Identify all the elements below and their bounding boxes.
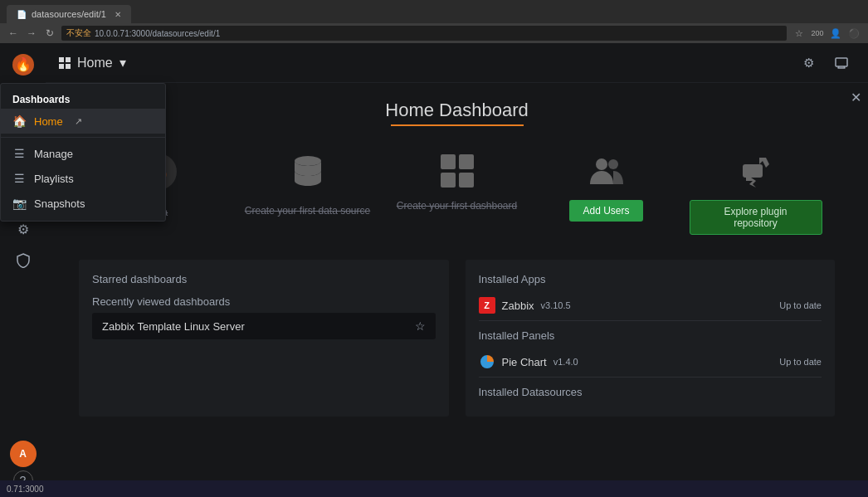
dropdown-playlists-label: Playlists: [34, 173, 74, 185]
installed-app-zabbix: Z Zabbix v3.10.5 Up to date: [479, 290, 822, 321]
dropdown-item-snapshots[interactable]: 📷 Snapshots: [1, 191, 165, 216]
dropdown-title: Dashboards: [1, 89, 165, 109]
bottom-panels: Starred dashboards Recently viewed dashb…: [79, 260, 835, 417]
pie-chart-name: Pie Chart: [502, 356, 547, 368]
top-header: Home ▾ ⚙: [46, 43, 868, 83]
zabbix-status: Up to date: [779, 300, 822, 310]
installed-apps-title: Installed Apps: [479, 273, 822, 285]
svg-rect-9: [836, 58, 847, 66]
status-bar: 0.71:3000: [0, 480, 868, 497]
menu-icon[interactable]: ⚫: [846, 26, 861, 41]
manage-icon: ☰: [12, 147, 26, 160]
page-title: Home Dashboard: [79, 100, 835, 121]
title-underline: [391, 124, 524, 126]
dropdown-item-manage[interactable]: ☰ Manage: [1, 141, 165, 166]
main-content: ✕ Home Dashboard 🔥 fana: [46, 83, 868, 497]
dashboard-setup-icon: [437, 151, 477, 193]
pie-chart-icon: [479, 353, 495, 370]
extensions-icon[interactable]: 200: [810, 26, 825, 41]
installed-datasources-title: Installed Datasources: [479, 386, 822, 398]
dashboard-list-item[interactable]: Zabbix Template Linux Server ☆: [92, 313, 436, 339]
browser-bar: ← → ↻ 不安全 10.0.0.71:3000/datasources/edi…: [0, 23, 868, 43]
app-container: 🔥 + ⚙: [0, 43, 868, 497]
svg-rect-16: [441, 154, 456, 169]
svg-point-15: [295, 156, 321, 166]
reload-btn[interactable]: ↻: [43, 27, 56, 40]
svg-text:🔥: 🔥: [15, 56, 32, 72]
dropdown-manage-label: Manage: [34, 148, 73, 160]
dropdown-home-label: Home: [34, 115, 63, 128]
star-icon[interactable]: ☆: [415, 319, 426, 333]
datasource-setup-icon: [288, 151, 328, 198]
dashboard-name: Zabbix Template Linux Server: [102, 320, 245, 333]
installed-panel-pie: Pie Chart v1.4.0 Up to date: [479, 347, 822, 378]
grafana-logo: 🔥: [8, 50, 38, 80]
dashboards-dropdown: Dashboards 🏠 Home ↗ ☰ Manage ☰ Playlists…: [0, 83, 166, 222]
settings-btn[interactable]: ⚙: [795, 50, 822, 76]
dropdown-divider: [1, 137, 165, 138]
zabbix-icon: Z: [479, 297, 495, 314]
pie-chart-status: Up to date: [779, 357, 822, 367]
home-icon: 🏠: [12, 115, 26, 128]
left-panel: Starred dashboards Recently viewed dashb…: [79, 260, 449, 417]
plugins-setup-icon: [736, 151, 776, 193]
recent-title: Recently viewed dashboards: [92, 295, 436, 308]
zabbix-version: v3.10.5: [541, 300, 571, 310]
explore-plugins-button[interactable]: Explore plugin repository: [690, 200, 822, 235]
dropdown-snapshots-label: Snapshots: [34, 197, 85, 210]
browser-tab[interactable]: 📄 datasources/edit/1 ✕: [7, 5, 131, 23]
dropdown-item-playlists[interactable]: ☰ Playlists: [1, 166, 165, 191]
zabbix-name: Zabbix: [502, 300, 534, 312]
snapshots-icon: 📷: [12, 197, 26, 210]
svg-point-21: [608, 159, 618, 169]
forward-btn[interactable]: →: [25, 27, 38, 40]
users-setup-icon: [587, 151, 627, 193]
svg-rect-22: [743, 164, 763, 178]
setup-card-users: Add Users: [540, 151, 673, 235]
starred-title: Starred dashboards: [92, 273, 436, 285]
status-url: 0.71:3000: [7, 485, 44, 494]
ssl-warning: 不安全: [66, 27, 91, 39]
svg-rect-17: [459, 154, 474, 169]
dropdown-arrow: ▾: [119, 55, 126, 71]
svg-rect-19: [459, 173, 474, 188]
add-users-button[interactable]: Add Users: [569, 200, 642, 222]
pie-chart-version: v1.4.0: [553, 357, 578, 367]
right-panel: Installed Apps Z Zabbix v3.10.5 Up to da…: [466, 260, 836, 417]
back-btn[interactable]: ←: [7, 27, 20, 40]
bookmark-icon[interactable]: ☆: [792, 26, 807, 41]
browser-tabs: 📄 datasources/edit/1 ✕: [0, 0, 868, 23]
setup-card-datasource: Create your first data source: [241, 151, 374, 235]
header-title: Home: [77, 56, 113, 71]
home-menu-btn[interactable]: Home ▾: [59, 55, 126, 71]
sidebar-item-shield[interactable]: [7, 246, 40, 275]
close-btn[interactable]: ✕: [851, 90, 861, 105]
grid-icon: [59, 57, 71, 69]
svg-point-20: [596, 158, 607, 170]
playlists-icon: ☰: [12, 172, 26, 185]
url-bar[interactable]: 不安全 10.0.0.71:3000/datasources/edit/1: [61, 26, 787, 41]
user-avatar[interactable]: A: [10, 441, 37, 467]
setup-card-dashboard: Create your first dashboard: [391, 151, 524, 235]
browser-chrome: 📄 datasources/edit/1 ✕ ← → ↻ 不安全 10.0.0.…: [0, 0, 868, 43]
profile-icon[interactable]: 👤: [828, 26, 843, 41]
header-right: ⚙: [795, 50, 855, 76]
dropdown-item-home[interactable]: 🏠 Home ↗: [1, 109, 165, 134]
installed-panels-title: Installed Panels: [479, 329, 822, 342]
svg-rect-18: [441, 173, 456, 188]
datasource-card-text: Create your first data source: [245, 205, 370, 217]
setup-card-plugins: Explore plugin repository: [690, 151, 822, 235]
setup-cards: 🔥 fana Create your first data source: [79, 151, 835, 235]
tv-mode-btn[interactable]: [828, 50, 855, 76]
browser-right-icons: ☆ 200 👤 ⚫: [792, 26, 861, 41]
dashboard-card-text: Create your first dashboard: [397, 200, 517, 212]
